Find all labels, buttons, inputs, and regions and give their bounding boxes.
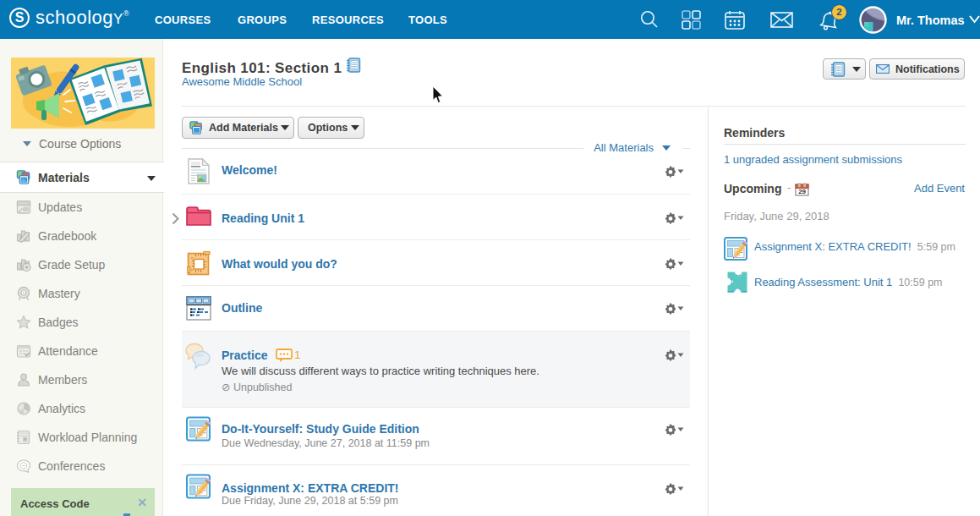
svg-text:29: 29 bbox=[798, 188, 806, 195]
